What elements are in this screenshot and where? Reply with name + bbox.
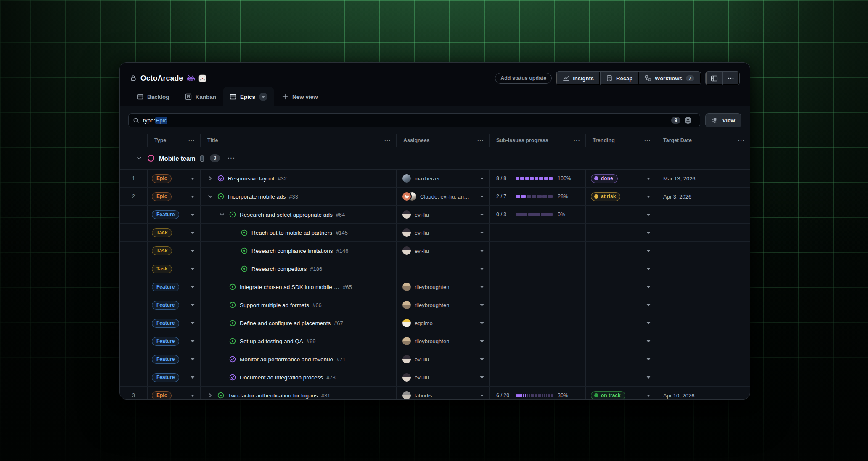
insights-button[interactable]: Insights xyxy=(556,72,600,85)
assignees-cell[interactable]: evi-liu xyxy=(396,242,489,260)
tab-options-button[interactable] xyxy=(259,93,267,101)
trending-cell[interactable]: on track xyxy=(585,387,656,400)
type-badge-feature[interactable]: Feature xyxy=(152,210,179,219)
assignees-cell[interactable]: evi-liu xyxy=(396,206,489,223)
title-cell[interactable]: Document ad integration process#73 xyxy=(200,368,396,386)
project-menu-button[interactable] xyxy=(722,72,739,85)
caret-down-icon[interactable] xyxy=(191,286,195,289)
assignees-cell[interactable]: Claude, evi-liu, an… xyxy=(396,188,489,205)
caret-down-icon[interactable] xyxy=(480,177,484,180)
type-badge-feature[interactable]: Feature xyxy=(152,337,179,346)
caret-down-icon[interactable] xyxy=(191,358,195,361)
expand-toggle[interactable] xyxy=(219,212,229,217)
caret-down-icon[interactable] xyxy=(191,177,195,180)
trending-cell[interactable] xyxy=(585,260,656,278)
caret-down-icon[interactable] xyxy=(646,249,651,252)
view-options-button[interactable]: View xyxy=(705,113,741,127)
target-date-cell[interactable] xyxy=(656,224,750,241)
caret-down-icon[interactable] xyxy=(646,231,651,234)
trending-cell[interactable]: done xyxy=(585,170,656,187)
caret-down-icon[interactable] xyxy=(480,268,484,270)
trending-badge-done[interactable]: done xyxy=(591,174,618,183)
caret-down-icon[interactable] xyxy=(480,358,484,361)
caret-down-icon[interactable] xyxy=(646,376,651,379)
type-badge-feature[interactable]: Feature xyxy=(152,301,179,310)
caret-down-icon[interactable] xyxy=(480,231,484,234)
recap-button[interactable]: Recap xyxy=(600,72,639,85)
caret-down-icon[interactable] xyxy=(480,213,484,216)
assignees-cell[interactable] xyxy=(396,260,489,278)
workflows-button[interactable]: Workflows 7 xyxy=(639,72,701,85)
assignees-cell[interactable]: rileybroughten xyxy=(396,296,489,314)
new-view-button[interactable]: New view xyxy=(274,87,326,106)
column-menu-button[interactable]: ··· xyxy=(738,138,745,144)
title-cell[interactable]: Incorporate mobile ads#33 xyxy=(200,188,396,205)
target-date-cell[interactable] xyxy=(656,332,750,350)
target-date-cell[interactable]: Mar 13, 2026 xyxy=(656,170,750,187)
assignees-cell[interactable]: rileybroughten xyxy=(396,332,489,350)
trending-cell[interactable] xyxy=(585,332,656,350)
caret-down-icon[interactable] xyxy=(191,322,195,325)
group-collapse-button[interactable] xyxy=(131,155,148,161)
title-cell[interactable]: Two-factor authentication for log-ins#31 xyxy=(200,387,396,400)
type-badge-feature[interactable]: Feature xyxy=(152,319,179,328)
type-badge-epic[interactable]: Epic xyxy=(152,174,172,183)
target-date-cell[interactable] xyxy=(656,260,750,278)
caret-down-icon[interactable] xyxy=(480,195,484,198)
trending-cell[interactable] xyxy=(585,368,656,386)
trending-cell[interactable] xyxy=(585,350,656,368)
type-badge-task[interactable]: Task xyxy=(152,228,172,237)
trending-badge-on-track[interactable]: on track xyxy=(591,391,625,400)
title-cell[interactable]: Research and select appropriate ads#64 xyxy=(200,206,396,223)
target-date-cell[interactable] xyxy=(656,314,750,332)
tab-kanban[interactable]: Kanban xyxy=(178,87,223,106)
title-cell[interactable]: Set up ad testing and QA#69 xyxy=(200,332,396,350)
caret-down-icon[interactable] xyxy=(480,286,484,289)
type-badge-feature[interactable]: Feature xyxy=(152,283,179,291)
trending-cell[interactable] xyxy=(585,278,656,296)
trending-cell[interactable] xyxy=(585,206,656,223)
column-menu-button[interactable]: ··· xyxy=(644,138,651,144)
expand-toggle[interactable] xyxy=(207,175,217,181)
caret-down-icon[interactable] xyxy=(191,304,195,307)
caret-down-icon[interactable] xyxy=(191,213,195,216)
target-date-cell[interactable] xyxy=(656,278,750,296)
title-cell[interactable]: Reach out to mobile ad partners#145 xyxy=(200,224,396,241)
caret-down-icon[interactable] xyxy=(646,268,651,270)
caret-down-icon[interactable] xyxy=(646,340,651,343)
column-menu-button[interactable]: ··· xyxy=(188,138,195,144)
tab-epics[interactable]: Epics xyxy=(223,87,274,106)
caret-down-icon[interactable] xyxy=(191,376,195,379)
assignees-cell[interactable]: evi-liu xyxy=(396,350,489,368)
expand-toggle[interactable] xyxy=(207,193,217,199)
target-date-cell[interactable] xyxy=(656,296,750,314)
column-menu-button[interactable]: ··· xyxy=(384,138,391,144)
caret-down-icon[interactable] xyxy=(480,322,484,325)
caret-down-icon[interactable] xyxy=(480,376,484,379)
tab-backlog[interactable]: Backlog xyxy=(130,87,176,106)
title-cell[interactable]: Responsive layout#32 xyxy=(200,170,396,187)
column-menu-button[interactable]: ··· xyxy=(477,138,484,144)
caret-down-icon[interactable] xyxy=(646,394,651,397)
caret-down-icon[interactable] xyxy=(646,286,651,289)
trending-cell[interactable] xyxy=(585,242,656,260)
title-cell[interactable]: Support multiple ad formats#66 xyxy=(200,296,396,314)
target-date-cell[interactable] xyxy=(656,206,750,223)
caret-down-icon[interactable] xyxy=(191,195,195,198)
search-input[interactable]: type:Epic 9 xyxy=(128,113,700,127)
clear-filter-button[interactable] xyxy=(684,117,692,124)
caret-down-icon[interactable] xyxy=(191,231,195,234)
type-badge-task[interactable]: Task xyxy=(152,246,172,255)
target-date-cell[interactable] xyxy=(656,368,750,386)
caret-down-icon[interactable] xyxy=(191,340,195,343)
caret-down-icon[interactable] xyxy=(646,322,651,325)
title-cell[interactable]: Integrate chosen ad SDK into mobile …#65 xyxy=(200,278,396,296)
assignees-cell[interactable]: maxbeizer xyxy=(396,170,489,187)
type-badge-feature[interactable]: Feature xyxy=(152,355,179,364)
assignees-cell[interactable]: evi-liu xyxy=(396,224,489,241)
type-badge-task[interactable]: Task xyxy=(152,265,172,273)
caret-down-icon[interactable] xyxy=(480,304,484,307)
expand-toggle[interactable] xyxy=(207,392,217,398)
type-badge-epic[interactable]: Epic xyxy=(152,192,172,201)
caret-down-icon[interactable] xyxy=(191,268,195,270)
